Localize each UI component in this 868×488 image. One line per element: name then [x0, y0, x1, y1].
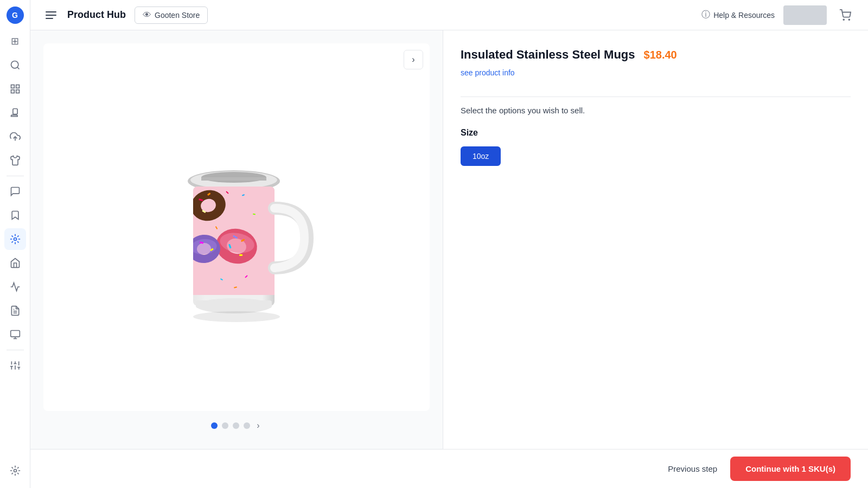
main-container: Product Hub 👁 Gooten Store ⓘ Help & Reso…: [30, 0, 868, 488]
product-image: [150, 119, 323, 336]
user-avatar[interactable]: [783, 5, 827, 25]
svg-rect-3: [11, 90, 14, 93]
carousel-dots: ›: [43, 411, 430, 436]
svg-rect-10: [10, 331, 20, 337]
continue-button[interactable]: Continue with 1 SKU(s): [730, 457, 851, 481]
svg-point-23: [843, 19, 844, 20]
product-info-link[interactable]: see product info: [461, 68, 851, 77]
sidebar: G ⊞: [0, 0, 30, 488]
expand-button[interactable]: ›: [404, 50, 423, 69]
sidebar-item-upload[interactable]: [4, 126, 26, 147]
product-price: $18.40: [644, 49, 677, 61]
product-details: Insulated Stainless Steel Mugs $18.40 se…: [443, 30, 868, 449]
app-logo[interactable]: G: [7, 7, 24, 24]
svg-point-24: [848, 19, 850, 20]
store-button[interactable]: 👁 Gooten Store: [135, 7, 208, 24]
sidebar-item-filter[interactable]: [4, 355, 26, 376]
carousel-dot-1[interactable]: [211, 422, 218, 429]
action-bar: Previous step Continue with 1 SKU(s): [30, 449, 868, 488]
svg-rect-4: [16, 90, 19, 93]
header-right: ⓘ Help & Resources: [701, 5, 855, 25]
carousel-dot-4[interactable]: [244, 422, 250, 429]
sidebar-item-add[interactable]: [4, 54, 26, 76]
sidebar-item-reviews[interactable]: [4, 181, 26, 202]
svg-point-0: [11, 61, 18, 68]
sidebar-divider-1: [7, 176, 24, 176]
sidebar-item-bookmark[interactable]: [4, 204, 26, 226]
sidebar-item-dashboard[interactable]: ⊞: [4, 30, 26, 52]
help-resources-link[interactable]: ⓘ Help & Resources: [701, 9, 775, 21]
carousel-dot-2[interactable]: [222, 422, 228, 429]
sidebar-item-catalog[interactable]: [4, 78, 26, 100]
carousel-next-button[interactable]: ›: [254, 420, 261, 432]
product-header: Insulated Stainless Steel Mugs $18.40: [461, 48, 851, 62]
size-options: 10oz: [461, 146, 851, 166]
svg-point-7: [14, 238, 16, 241]
store-button-label: Gooten Store: [155, 11, 200, 20]
svg-rect-1: [11, 85, 14, 88]
product-name: Insulated Stainless Steel Mugs: [461, 48, 635, 62]
svg-point-58: [193, 311, 280, 322]
svg-rect-2: [16, 85, 19, 88]
previous-step-button[interactable]: Previous step: [668, 464, 717, 473]
sidebar-item-profile[interactable]: [4, 460, 26, 481]
section-divider: [461, 97, 851, 97]
svg-point-22: [14, 470, 16, 472]
product-image-area: ›: [30, 30, 443, 449]
sidebar-item-integrations[interactable]: [4, 228, 26, 250]
carousel-dot-3[interactable]: [233, 422, 239, 429]
cart-button[interactable]: [835, 5, 855, 25]
sidebar-item-tshirt[interactable]: [4, 150, 26, 171]
image-container: ›: [43, 43, 430, 411]
sidebar-divider-2: [7, 350, 24, 350]
menu-button[interactable]: [43, 9, 59, 21]
sidebar-item-analytics[interactable]: [4, 276, 26, 298]
select-options-text: Select the options you wish to sell.: [461, 106, 851, 115]
svg-rect-28: [201, 177, 266, 181]
svg-rect-5: [12, 109, 17, 114]
app-title: Product Hub: [67, 9, 126, 21]
size-label: Size: [461, 128, 851, 138]
content-area: ›: [30, 30, 868, 449]
eye-icon: 👁: [143, 10, 151, 20]
svg-rect-57: [196, 300, 272, 308]
header: Product Hub 👁 Gooten Store ⓘ Help & Reso…: [30, 0, 868, 30]
sidebar-item-orders[interactable]: [4, 102, 26, 124]
sidebar-item-store[interactable]: [4, 252, 26, 274]
size-option-10oz[interactable]: 10oz: [461, 146, 501, 166]
svg-rect-43: [239, 254, 242, 256]
help-icon: ⓘ: [701, 9, 710, 21]
help-label: Help & Resources: [713, 11, 775, 20]
sidebar-item-reports[interactable]: [4, 300, 26, 322]
sidebar-item-page[interactable]: [4, 324, 26, 345]
